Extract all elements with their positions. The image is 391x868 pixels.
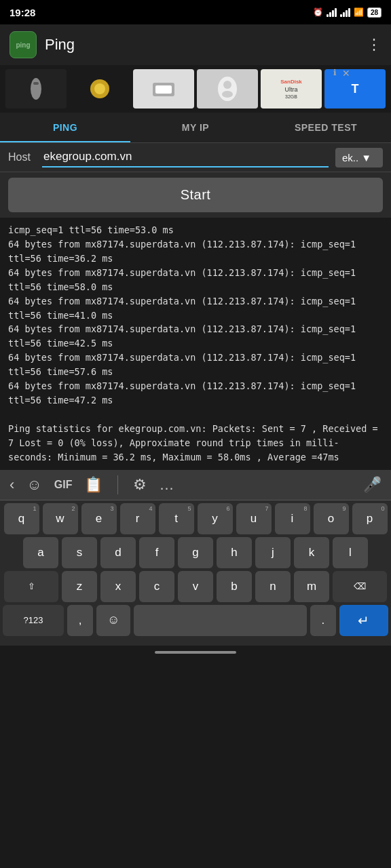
key-enter[interactable]: ↵ — [339, 605, 388, 636]
host-input[interactable] — [42, 147, 329, 167]
key-w[interactable]: 2w — [43, 503, 78, 534]
output-line: Ping statistics for ekegroup.com.vn: Pac… — [8, 422, 383, 465]
key-s[interactable]: s — [62, 537, 97, 568]
key-space[interactable] — [134, 605, 307, 636]
output-area: icmp_seq=1 ttl=56 time=53.0 ms64 bytes f… — [0, 218, 391, 470]
key-q[interactable]: 1q — [4, 503, 39, 534]
key-period[interactable]: . — [310, 605, 336, 636]
app-bar-left: ping Ping — [10, 31, 75, 58]
output-line: 64 bytes from mx87174.superdata.vn (112.… — [8, 351, 383, 379]
status-time: 19:28 — [10, 7, 35, 18]
keyboard-row-3: ⇧ z x c v b n m ⌫ — [0, 568, 391, 602]
keyboard-gif-button[interactable]: GIF — [54, 479, 73, 491]
key-x[interactable]: x — [100, 571, 136, 602]
host-row: Host ek.. ▼ — [0, 143, 391, 172]
key-c[interactable]: c — [139, 571, 174, 602]
key-b[interactable]: b — [217, 571, 252, 602]
app-bar: ping Ping ⋮ — [0, 24, 391, 65]
keyboard-more-icon[interactable]: … — [159, 476, 174, 494]
key-v[interactable]: v — [178, 571, 213, 602]
ad-item-2[interactable] — [69, 69, 130, 108]
signal-bars — [327, 7, 337, 17]
home-indicator — [0, 646, 391, 659]
tabs: PING MY IP SPEED TEST — [0, 113, 391, 143]
alarm-icon: ⏰ — [313, 7, 323, 17]
tab-ping[interactable]: PING — [0, 113, 130, 142]
battery-indicator: 28 — [367, 7, 381, 18]
svg-rect-1 — [33, 82, 39, 85]
key-z[interactable]: z — [62, 571, 97, 602]
key-comma[interactable]: , — [67, 605, 93, 636]
tab-speed-test[interactable]: SPEED TEST — [261, 113, 391, 142]
dropdown-button[interactable]: ek.. ▼ — [335, 148, 383, 167]
start-button[interactable]: Start — [8, 178, 383, 212]
keyboard-smiley-icon[interactable]: ☺ — [26, 476, 41, 494]
key-f[interactable]: f — [139, 537, 174, 568]
key-j[interactable]: j — [255, 537, 291, 568]
key-u[interactable]: 7u — [236, 503, 272, 534]
svg-point-3 — [94, 83, 105, 94]
app-title: Ping — [45, 36, 75, 54]
keyboard: ‹ ☺ GIF 📋 ⚙ … 🎤 1q 2w 3e 4r 5t 6y 7u 8i … — [0, 470, 391, 646]
key-y[interactable]: 6y — [198, 503, 233, 534]
keyboard-row-2: a s d f g h j k l — [0, 534, 391, 568]
key-m[interactable]: m — [294, 571, 329, 602]
ad-item-3[interactable] — [133, 69, 194, 108]
key-h[interactable]: h — [217, 537, 252, 568]
output-line: icmp_seq=1 ttl=56 time=53.0 ms — [8, 223, 383, 237]
signal-bars-2 — [340, 7, 350, 17]
keyboard-settings-icon[interactable]: ⚙ — [133, 476, 147, 494]
home-bar — [155, 651, 236, 654]
svg-point-7 — [223, 81, 231, 89]
keyboard-back-icon[interactable]: ‹ — [10, 476, 14, 494]
ad-item-5[interactable]: SanDisk Ultra 32GB — [261, 69, 322, 108]
key-r[interactable]: 4r — [120, 503, 155, 534]
ad-info-icon[interactable]: ℹ — [333, 68, 337, 77]
wifi-icon: 📶 — [354, 7, 364, 17]
output-line: 64 bytes from mx87174.superdata.vn (112.… — [8, 266, 383, 294]
key-backspace[interactable]: ⌫ — [333, 571, 387, 602]
toolbar-separator — [117, 475, 118, 494]
key-d[interactable]: d — [100, 537, 136, 568]
output-line: 64 bytes from mx87174.superdata.vn (112.… — [8, 379, 383, 408]
output-line: 64 bytes from mx87174.superdata.vn (112.… — [8, 294, 383, 323]
key-a[interactable]: a — [23, 537, 58, 568]
tab-my-ip[interactable]: MY IP — [130, 113, 261, 142]
key-t[interactable]: 5t — [159, 503, 194, 534]
keyboard-row-4: ?123 , ☺ . ↵ — [0, 602, 391, 642]
status-bar: 19:28 ⏰ 📶 28 — [0, 0, 391, 24]
key-o[interactable]: 9o — [314, 503, 349, 534]
key-shift[interactable]: ⇧ — [4, 571, 58, 602]
key-p[interactable]: 0p — [352, 503, 388, 534]
ad-item-4[interactable] — [197, 69, 258, 108]
key-n[interactable]: n — [255, 571, 291, 602]
keyboard-row-1: 1q 2w 3e 4r 5t 6y 7u 8i 9o 0p — [0, 500, 391, 534]
ad-item-1[interactable] — [5, 69, 67, 108]
chevron-down-icon: ▼ — [361, 152, 371, 163]
key-numbers[interactable]: ?123 — [3, 605, 64, 636]
output-line: 64 bytes from mx87174.superdata.vn (112.… — [8, 322, 383, 351]
key-g[interactable]: g — [178, 537, 213, 568]
output-line: 64 bytes from mx87174.superdata.vn (112.… — [8, 237, 383, 266]
keyboard-toolbar: ‹ ☺ GIF 📋 ⚙ … 🎤 — [0, 470, 391, 500]
start-btn-container: Start — [0, 172, 391, 218]
key-l[interactable]: l — [333, 537, 368, 568]
ad-close-button[interactable]: ✕ — [342, 68, 350, 79]
status-right: ⏰ 📶 28 — [313, 7, 381, 18]
app-icon: ping — [10, 31, 37, 58]
svg-rect-5 — [155, 85, 172, 94]
menu-button[interactable]: ⋮ — [367, 36, 381, 54]
key-e[interactable]: 3e — [81, 503, 117, 534]
ad-banner: SanDisk Ultra 32GB T ℹ ✕ — [0, 65, 391, 113]
keyboard-clipboard-icon[interactable]: 📋 — [84, 476, 103, 494]
key-emoji[interactable]: ☺ — [96, 605, 130, 636]
svg-point-8 — [222, 91, 233, 98]
keyboard-mic-icon[interactable]: 🎤 — [363, 476, 381, 494]
host-label: Host — [8, 151, 35, 163]
svg-point-0 — [31, 78, 41, 100]
key-i[interactable]: 8i — [275, 503, 310, 534]
key-k[interactable]: k — [294, 537, 329, 568]
